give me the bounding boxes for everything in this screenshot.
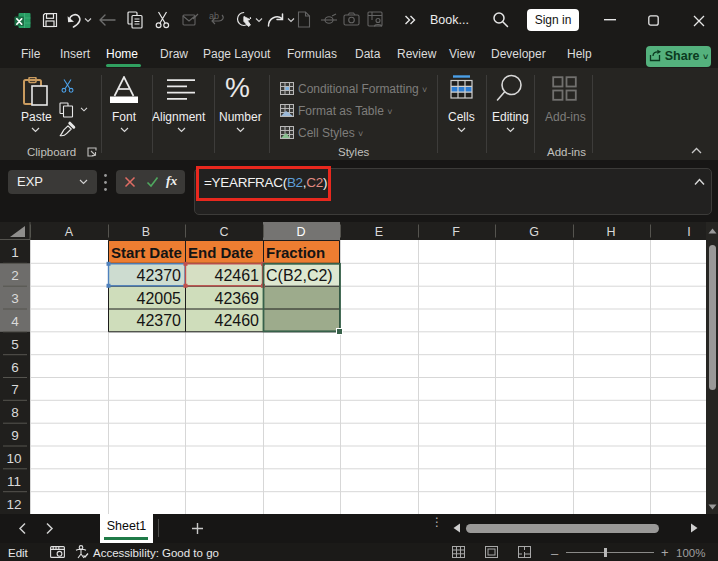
svg-text:42461: 42461 — [215, 267, 260, 284]
svg-text:5: 5 — [11, 337, 19, 352]
svg-text:12: 12 — [6, 497, 21, 512]
svg-text:C: C — [219, 225, 228, 239]
svg-text:4: 4 — [11, 314, 19, 329]
svg-text:G: G — [529, 225, 539, 239]
svg-text:42460: 42460 — [215, 312, 260, 329]
svg-text:3: 3 — [11, 291, 19, 306]
svg-text:8: 8 — [11, 405, 19, 420]
svg-text:10: 10 — [6, 451, 21, 466]
svg-text:42369: 42369 — [215, 290, 260, 307]
svg-text:2: 2 — [11, 268, 19, 283]
svg-text:11: 11 — [7, 474, 21, 489]
svg-text:Start Date: Start Date — [111, 244, 182, 261]
svg-text:1: 1 — [11, 245, 19, 260]
svg-text:End Date: End Date — [188, 244, 253, 261]
svg-text:D: D — [296, 225, 305, 239]
svg-text:I: I — [687, 225, 690, 239]
svg-text:6: 6 — [11, 360, 19, 375]
svg-text:42370: 42370 — [137, 312, 182, 329]
svg-text:H: H — [606, 225, 615, 239]
svg-text:A: A — [65, 225, 74, 239]
svg-text:C(B2,C2): C(B2,C2) — [266, 267, 333, 284]
svg-text:Fraction: Fraction — [266, 244, 325, 261]
svg-text:7: 7 — [11, 382, 19, 397]
svg-text:E: E — [375, 225, 383, 239]
svg-text:F: F — [452, 225, 460, 239]
svg-text:42005: 42005 — [137, 290, 182, 307]
svg-text:9: 9 — [11, 428, 19, 443]
svg-text:B: B — [142, 225, 150, 239]
svg-text:42370: 42370 — [137, 267, 182, 284]
